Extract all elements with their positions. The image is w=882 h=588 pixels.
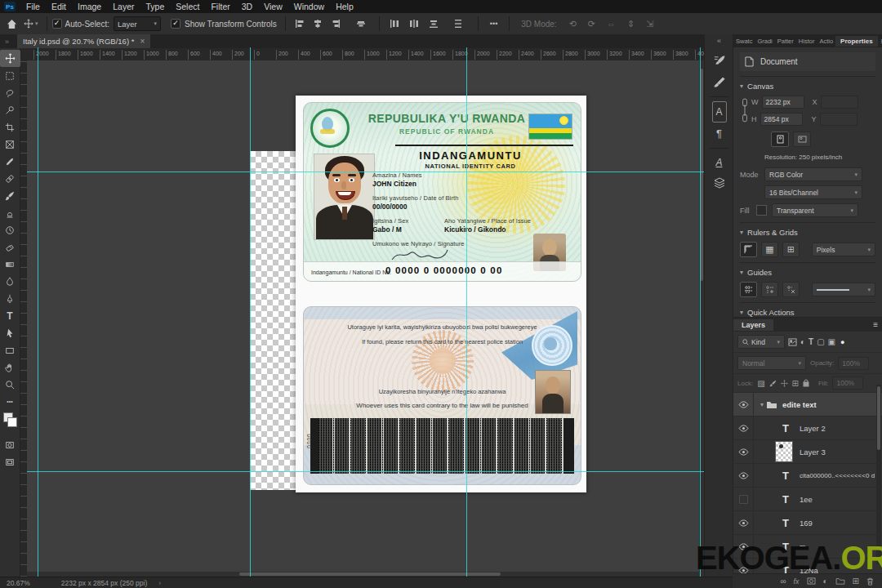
move-tool-option-icon[interactable] [24,19,33,29]
photoshop-logo[interactable]: Ps [4,2,16,11]
screen-mode-icon[interactable] [0,453,20,470]
hand-tool[interactable] [0,359,20,376]
layers-tab[interactable]: Layers [733,319,773,331]
brushes-panel-icon[interactable] [713,71,725,92]
options-more-icon[interactable]: ••• [490,20,497,28]
toggle-snap-button[interactable]: ⊞ [782,242,800,257]
gradient-tool[interactable] [0,256,20,273]
tab-swatches[interactable]: Swatc [733,38,755,45]
rectangle-tool[interactable] [0,341,20,359]
crop-tool[interactable] [0,118,20,136]
align-center-horizontal-icon[interactable] [313,19,323,29]
mode-dropdown[interactable]: RGB Color▾ [764,167,862,181]
guide-style-dropdown[interactable]: ▾ [812,283,875,296]
tab-gradients[interactable]: Gradi [755,38,774,45]
distribute-vertical-icon[interactable] [453,19,463,29]
layer-row-group[interactable]: ▾ edite text [733,393,882,416]
clear-guides-button[interactable] [782,282,800,297]
eraser-tool[interactable] [0,238,20,256]
menu-file[interactable]: File [20,0,46,13]
layer-row[interactable]: T Layer 2 [733,416,882,440]
paragraph-panel-icon[interactable]: ¶ [716,122,722,144]
menu-3d[interactable]: 3D [236,0,258,13]
menu-filter[interactable]: Filter [205,0,235,13]
lasso-tool[interactable] [0,84,20,101]
auto-select-checkbox[interactable]: ✓ [52,19,62,29]
home-icon[interactable] [7,19,17,29]
caret-down-icon[interactable]: ▾ [35,20,38,27]
zoom-level-field[interactable]: 20.67% [7,579,30,587]
visibility-toggle[interactable] [733,440,754,463]
history-brush-tool[interactable] [0,221,20,238]
guide-horizontal-2[interactable] [27,471,704,472]
horizontal-ruler[interactable]: 2000180016001400120010008006004002000200… [27,48,704,61]
visibility-toggle[interactable] [733,488,754,510]
frame-tool[interactable] [0,136,20,153]
visibility-toggle[interactable] [733,511,754,534]
toggle-grid-button[interactable]: ▦ [761,242,778,257]
layer-row[interactable]: T 1ee [733,488,882,511]
id-card-front[interactable]: REPUBULIKA Y'U RWANDA REPUBLIC OF RWANDA… [303,102,581,282]
visibility-toggle[interactable] [733,393,754,416]
document-tab[interactable]: Italy id.psd @ 20.7% (RGB/16) * × [17,34,150,48]
fill-dropdown[interactable]: Transparent▾ [772,203,858,217]
menu-image[interactable]: Image [72,0,107,13]
libraries-panel-icon[interactable] [714,172,725,194]
brush-settings-icon[interactable] [713,50,725,71]
marquee-tool[interactable] [0,67,20,84]
tab-properties[interactable]: Properties [835,36,878,47]
units-dropdown[interactable]: Pixels▾ [812,243,875,256]
tab-actions[interactable]: Actio [817,38,835,45]
add-mask-icon[interactable] [807,577,816,585]
eyedropper-tool[interactable] [0,153,20,170]
layer-row[interactable]: T 169 [733,511,882,535]
quick-actions-header[interactable]: ▾ Quick Actions [740,308,875,317]
healing-brush-tool[interactable] [0,170,20,187]
align-left-icon[interactable] [295,19,305,29]
type-tool[interactable]: T [0,307,20,324]
new-layer-icon[interactable]: ⊞ [853,577,859,586]
pen-tool[interactable] [0,290,20,307]
orientation-landscape-button[interactable] [793,131,811,147]
tab-history[interactable]: Histor [796,38,817,45]
menu-window[interactable]: Window [288,0,330,13]
layers-menu-icon[interactable]: ≡ [869,320,882,329]
align-right-icon[interactable] [331,19,341,29]
path-selection-tool[interactable] [0,324,20,341]
new-group-icon[interactable] [835,577,845,585]
foreground-background-colors[interactable] [0,410,20,431]
filter-kind-dropdown[interactable]: Kind ▾ [737,335,785,349]
guide-vertical-3[interactable] [466,47,467,577]
add-guide-layout-button[interactable] [761,282,778,297]
layer-effects-icon[interactable]: fx [794,577,800,586]
distribute-left-icon[interactable] [390,19,399,29]
filter-type-icon[interactable]: T [808,337,813,346]
canvas-area[interactable]: REPUBULIKA Y'U RWANDA REPUBLIC OF RWANDA… [27,60,704,577]
link-dimensions-icon[interactable] [742,97,748,123]
rulers-grids-header[interactable]: ▾ Rulers & Grids [740,228,875,237]
glyphs-panel-icon[interactable]: A [715,153,722,172]
status-chevron-icon[interactable]: › [158,579,161,587]
lock-all-icon[interactable] [803,379,809,387]
tab-patterns[interactable]: Patter [775,38,796,45]
quick-selection-tool[interactable] [0,101,20,118]
filter-adjustment-icon[interactable]: ◐ [800,337,805,346]
width-field[interactable]: 2232 px [762,96,804,109]
lock-artboard-icon[interactable]: ⊞ [792,379,799,388]
collapse-dock-icon[interactable]: « [717,37,721,45]
distribute-center-icon[interactable] [409,19,419,29]
distribute-bottom-icon[interactable] [429,19,439,29]
orientation-portrait-button[interactable] [771,131,789,147]
character-panel-icon[interactable]: A [712,101,727,122]
delete-layer-icon[interactable] [866,577,874,586]
filter-pixel-icon[interactable] [788,338,797,346]
toggle-rulers-button[interactable] [740,242,757,257]
quick-mask-icon[interactable] [0,436,20,453]
guides-header[interactable]: ▾ Guides [740,268,875,277]
tab-overflow-icon[interactable]: » [5,38,9,46]
auto-select-dropdown[interactable]: Layer▾ [114,16,161,31]
visibility-toggle[interactable] [733,416,754,439]
layers-scrollbar[interactable] [876,385,881,564]
menu-view[interactable]: View [258,0,288,13]
new-adjustment-icon[interactable]: ◐ [823,577,828,586]
